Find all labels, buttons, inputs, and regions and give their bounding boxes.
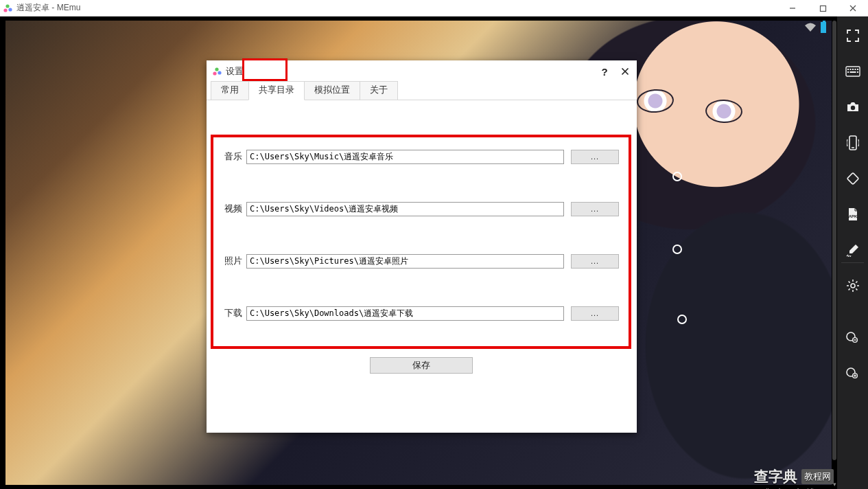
svg-line-27: [856, 288, 857, 290]
shake-button[interactable]: [843, 133, 863, 152]
sidebar-separator: [841, 262, 864, 263]
video-browse-button[interactable]: ...: [571, 202, 619, 216]
save-button[interactable]: 保存: [370, 357, 473, 374]
app-logo-icon: [3, 3, 12, 13]
svg-line-5: [850, 5, 856, 11]
music-browse-button[interactable]: ...: [571, 150, 619, 164]
svg-rect-7: [846, 67, 860, 76]
volume-down-icon: [845, 330, 860, 343]
circle-marker: [677, 315, 687, 324]
svg-text:APK: APK: [848, 214, 857, 218]
photo-folder-row: 照片 ...: [224, 253, 619, 269]
dialog-help-button[interactable]: ?: [594, 60, 615, 82]
close-icon: [621, 67, 629, 76]
volume-up-button[interactable]: [843, 363, 863, 382]
svg-line-28: [848, 288, 849, 290]
keyboard-button[interactable]: [843, 62, 863, 81]
circle-marker: [672, 172, 682, 181]
rotate-button[interactable]: [843, 169, 863, 188]
svg-line-26: [848, 282, 849, 283]
clean-button[interactable]: [843, 240, 863, 260]
install-apk-button[interactable]: APK: [843, 205, 863, 224]
download-path-input[interactable]: [246, 306, 564, 321]
svg-rect-11: [854, 69, 856, 70]
svg-rect-14: [849, 71, 856, 73]
tab-about[interactable]: 关于: [360, 81, 398, 100]
svg-point-31: [852, 338, 857, 343]
video-label: 视频: [224, 203, 246, 215]
dialog-tabs: 常用 共享目录 模拟位置 关于: [207, 82, 637, 100]
photo-label: 照片: [224, 255, 246, 267]
rotate-icon: [845, 171, 860, 186]
svg-line-6: [850, 5, 856, 11]
svg-rect-9: [849, 69, 851, 70]
volume-down-button[interactable]: [843, 327, 863, 346]
apk-icon: APK: [846, 207, 860, 222]
app-title: 逍遥安卓 - MEmu: [16, 2, 80, 14]
music-path-input[interactable]: [246, 150, 564, 164]
video-folder-row: 视频 ...: [224, 201, 619, 217]
dialog-close-button[interactable]: [615, 60, 635, 82]
dialog-logo-icon: [212, 67, 222, 76]
circle-marker: [672, 244, 682, 254]
volume-up-icon: [845, 365, 860, 379]
svg-rect-19: [847, 173, 858, 185]
clean-icon: [846, 243, 860, 257]
svg-rect-8: [847, 69, 849, 70]
settings-button[interactable]: [843, 276, 863, 295]
tab-location[interactable]: 模拟位置: [304, 81, 360, 100]
svg-rect-10: [852, 69, 854, 70]
window-minimize-button[interactable]: [777, 0, 808, 16]
battery-icon: [821, 22, 826, 33]
android-status-bar: [804, 22, 826, 33]
window-close-button[interactable]: [838, 0, 868, 16]
fullscreen-icon: [846, 29, 860, 43]
svg-rect-15: [857, 71, 858, 73]
svg-rect-13: [847, 71, 849, 73]
tab-shared-folders[interactable]: 共享目录: [248, 81, 305, 100]
camera-icon: [845, 101, 860, 113]
download-label: 下载: [224, 308, 246, 319]
photo-path-input[interactable]: [246, 254, 564, 269]
svg-point-34: [852, 374, 857, 378]
download-folder-row: 下载 ...: [224, 305, 619, 321]
main-area: ▾ APK: [0, 16, 868, 489]
svg-point-21: [851, 284, 855, 288]
settings-icon: [846, 279, 860, 293]
svg-point-16: [850, 106, 854, 110]
right-sidebar: APK: [837, 16, 868, 489]
scrollbar[interactable]: ▾: [832, 16, 837, 489]
dialog-title: 设置: [226, 66, 244, 78]
svg-point-30: [847, 332, 855, 341]
dialog-body: 音乐 ... 视频 ... 照片 ... 下载 ... 保存: [207, 100, 637, 433]
svg-line-29: [856, 282, 857, 283]
wifi-icon: [804, 23, 817, 32]
settings-dialog: 设置 ? 常用 共享目录 模拟位置 关于 音乐 ... 视频 ...: [207, 60, 637, 433]
photo-browse-button[interactable]: ...: [571, 254, 619, 269]
svg-rect-12: [857, 69, 858, 70]
screenshot-button[interactable]: [843, 98, 863, 117]
music-folder-row: 音乐 ...: [224, 148, 619, 165]
app-title-bar: 逍遥安卓 - MEmu: [0, 0, 868, 16]
fullscreen-button[interactable]: [843, 26, 863, 45]
scrollbar-down-arrow[interactable]: ▾: [832, 481, 837, 489]
window-maximize-button[interactable]: [808, 0, 838, 16]
shake-icon: [847, 135, 859, 151]
scrollbar-thumb[interactable]: [832, 21, 836, 460]
dialog-title-bar[interactable]: 设置 ?: [207, 60, 637, 82]
keyboard-icon: [845, 66, 860, 77]
svg-rect-17: [849, 136, 856, 150]
download-browse-button[interactable]: ...: [571, 306, 619, 321]
video-path-input[interactable]: [246, 202, 564, 216]
svg-rect-4: [820, 5, 825, 11]
music-label: 音乐: [224, 151, 246, 163]
svg-point-33: [847, 368, 855, 376]
tab-general[interactable]: 常用: [211, 81, 249, 100]
